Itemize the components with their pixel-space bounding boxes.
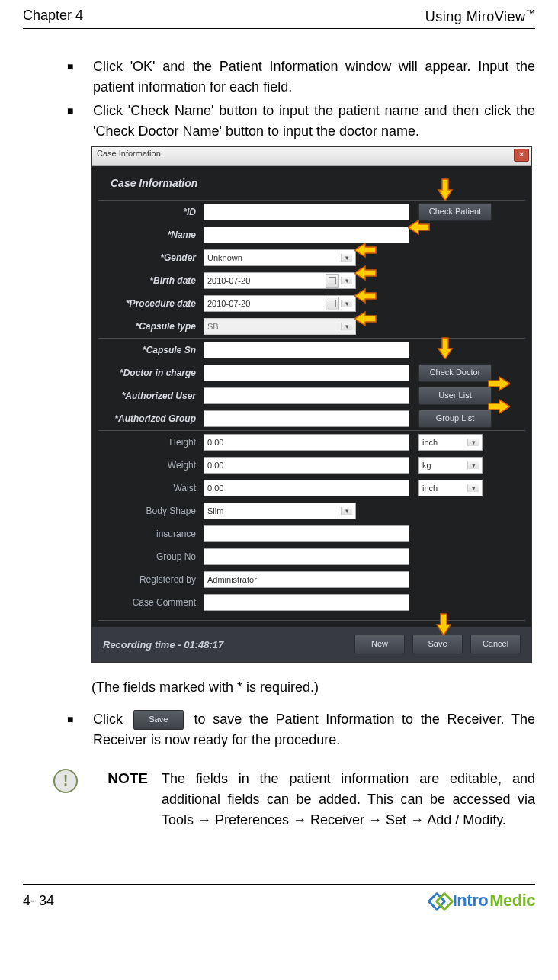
- close-icon[interactable]: ✕: [514, 149, 529, 162]
- label-gender: *Gender: [98, 252, 204, 263]
- instruction-list: Click 'OK' and the Patient Information w…: [67, 56, 535, 142]
- bullet-item: Click 'OK' and the Patient Information w…: [67, 56, 535, 98]
- label-auth-group: *Authorized Group: [98, 413, 204, 424]
- logo: IntroMedic: [430, 891, 535, 911]
- weight-field[interactable]: [204, 457, 409, 474]
- save-button[interactable]: Save: [412, 635, 463, 654]
- recording-time: Recording time - 01:48:17: [103, 639, 223, 651]
- chevron-down-icon: ▾: [467, 484, 479, 492]
- chevron-down-icon: ▾: [467, 461, 479, 469]
- note-icon: !: [53, 769, 78, 793]
- birth-date-picker[interactable]: 2010-07-20 ▾: [204, 272, 356, 289]
- doctor-field[interactable]: [204, 365, 409, 381]
- group-list-button[interactable]: Group List: [418, 410, 492, 428]
- auth-user-field[interactable]: [204, 387, 409, 404]
- check-patient-button[interactable]: Check Patient: [418, 203, 492, 221]
- label-body: Body Shape: [98, 506, 204, 516]
- name-field[interactable]: [204, 227, 409, 243]
- note-body: The fields in the patient information ar…: [162, 769, 535, 831]
- bullet-item: Click 'Check Name' button to input the p…: [67, 101, 535, 142]
- label-weight: Weight: [98, 460, 204, 471]
- label-birth: *Birth date: [98, 275, 204, 286]
- check-doctor-button[interactable]: Check Doctor: [418, 364, 492, 382]
- bullet-item: Click Save to save the Patient Informati…: [67, 709, 535, 750]
- chevron-down-icon: ▾: [467, 439, 479, 446]
- window-titlebar: Case Information ✕: [92, 147, 531, 166]
- label-waist: Waist: [98, 483, 204, 493]
- label-groupno: Group No: [98, 551, 204, 562]
- chevron-down-icon: ▾: [341, 277, 352, 284]
- label-id: *ID: [98, 207, 204, 217]
- procedure-date-picker[interactable]: 2010-07-20 ▾: [204, 295, 356, 312]
- id-field[interactable]: [204, 204, 409, 220]
- cancel-button[interactable]: Cancel: [470, 635, 521, 654]
- height-field[interactable]: [204, 434, 409, 451]
- label-capsule-type: *Capsule type: [98, 321, 204, 332]
- label-procedure: *Procedure date: [98, 298, 204, 309]
- case-information-screenshot: Case Information ✕ Case Information *ID …: [91, 146, 532, 663]
- window-title: Case Information: [97, 149, 161, 158]
- required-caption: (The fields marked with * is required.): [91, 680, 535, 696]
- label-name: *Name: [98, 230, 204, 240]
- label-regby: Registered by: [98, 574, 204, 585]
- label-doctor: *Doctor in charge: [98, 368, 204, 378]
- label-insurance: insurance: [98, 529, 204, 539]
- height-unit-select[interactable]: inch ▾: [418, 434, 483, 451]
- label-comment: Case Comment: [98, 597, 204, 608]
- body-shape-select[interactable]: Slim ▾: [204, 503, 356, 519]
- chevron-down-icon: ▾: [341, 254, 352, 262]
- chevron-down-icon: ▾: [341, 507, 352, 515]
- label-auth-user: *Authorized User: [98, 390, 204, 401]
- label-capsule-sn: *Capsule Sn: [98, 345, 204, 355]
- calendar-icon: [326, 274, 339, 288]
- header-left: Chapter 4: [23, 8, 83, 25]
- capsule-type-select[interactable]: SB ▾: [204, 318, 356, 335]
- chevron-down-icon: ▾: [341, 300, 352, 307]
- weight-unit-select[interactable]: kg ▾: [418, 457, 483, 474]
- label-height: Height: [98, 437, 204, 448]
- save-button-inline: Save: [133, 710, 184, 730]
- groupno-field[interactable]: [204, 548, 409, 565]
- auth-group-field[interactable]: [204, 410, 409, 427]
- insurance-field[interactable]: [204, 525, 409, 542]
- logo-icon: [430, 892, 451, 909]
- header-right: Using MiroView™: [425, 8, 535, 25]
- chevron-down-icon: ▾: [341, 323, 352, 330]
- note-label: NOTE: [91, 769, 148, 831]
- registered-by-field[interactable]: [204, 571, 409, 588]
- gender-select[interactable]: Unknown ▾: [204, 249, 356, 266]
- capsule-sn-field[interactable]: [204, 342, 409, 358]
- user-list-button[interactable]: User List: [418, 387, 492, 405]
- calendar-icon: [326, 297, 339, 310]
- case-comment-field[interactable]: [204, 594, 409, 611]
- page-number: 4- 34: [23, 893, 54, 909]
- waist-field[interactable]: [204, 480, 409, 496]
- waist-unit-select[interactable]: inch ▾: [418, 480, 483, 496]
- dialog-title: Case Information: [92, 166, 531, 200]
- new-button[interactable]: New: [354, 635, 405, 654]
